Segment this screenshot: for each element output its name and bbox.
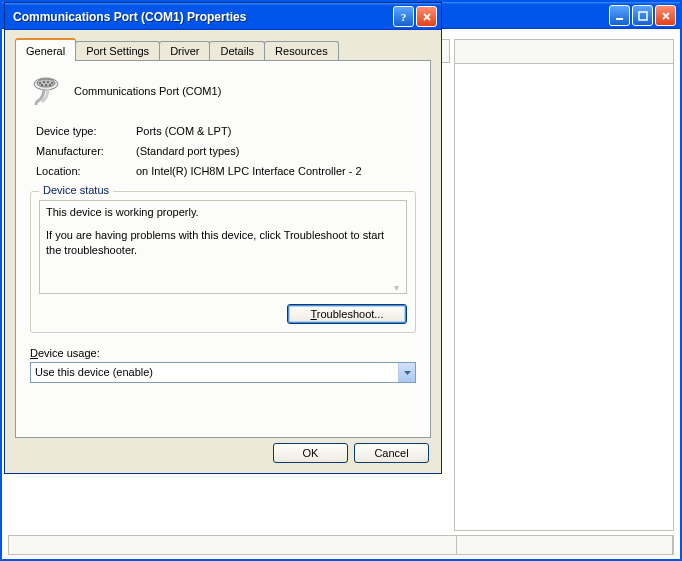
troubleshoot-button[interactable]: Troubleshoot... [287, 304, 407, 324]
manufacturer-label: Manufacturer: [36, 145, 136, 157]
status-line1: This device is working properly. [46, 205, 400, 220]
location-value: on Intel(R) ICH8M LPC Interface Controll… [136, 165, 416, 177]
close-dialog-button[interactable] [416, 6, 437, 27]
svg-point-6 [47, 81, 49, 83]
tab-port-settings[interactable]: Port Settings [75, 41, 160, 60]
parent-statusbar [8, 535, 674, 555]
minimize-button[interactable] [609, 5, 630, 26]
device-properties: Device type: Ports (COM & LPT) Manufactu… [36, 125, 416, 177]
maximize-button[interactable] [632, 5, 653, 26]
svg-rect-1 [639, 12, 647, 20]
tab-details[interactable]: Details [209, 41, 265, 60]
status-line2: If you are having problems with this dev… [46, 228, 400, 258]
device-status-legend: Device status [39, 184, 113, 196]
svg-point-10 [49, 84, 51, 86]
close-button[interactable] [655, 5, 676, 26]
dialog-title: Communications Port (COM1) Properties [13, 10, 391, 24]
svg-point-7 [51, 82, 53, 84]
device-usage-combobox[interactable]: Use this device (enable) [30, 362, 416, 383]
svg-point-4 [39, 82, 41, 84]
location-label: Location: [36, 165, 136, 177]
properties-dialog: Communications Port (COM1) Properties ? … [4, 2, 442, 474]
tab-resources[interactable]: Resources [264, 41, 339, 60]
tab-strip: General Port Settings Driver Details Res… [15, 38, 431, 60]
tab-general[interactable]: General [15, 38, 76, 61]
dialog-button-row: OK Cancel [273, 443, 429, 463]
troubleshoot-label-rest: roubleshoot... [317, 308, 384, 320]
parent-right-pane [454, 39, 674, 531]
svg-point-9 [45, 84, 47, 86]
parent-right-pane-header [455, 40, 673, 64]
device-type-value: Ports (COM & LPT) [136, 125, 416, 137]
device-status-group: Device status This device is working pro… [30, 191, 416, 333]
cancel-button[interactable]: Cancel [354, 443, 429, 463]
dialog-titlebar[interactable]: Communications Port (COM1) Properties ? [5, 3, 441, 30]
help-button[interactable]: ? [393, 6, 414, 27]
com-port-icon [30, 75, 62, 107]
tab-panel-general: Communications Port (COM1) Device type: … [15, 60, 431, 438]
device-usage-value: Use this device (enable) [31, 363, 398, 382]
dialog-body: General Port Settings Driver Details Res… [5, 30, 441, 473]
svg-rect-0 [616, 18, 623, 20]
device-name: Communications Port (COM1) [74, 85, 221, 97]
device-usage-label: Device usage: [30, 347, 416, 359]
chevron-down-icon[interactable] [398, 363, 415, 382]
device-status-text: This device is working properly. If you … [39, 200, 407, 294]
scroll-indicator: ▾ [394, 281, 404, 291]
ok-button[interactable]: OK [273, 443, 348, 463]
device-type-label: Device type: [36, 125, 136, 137]
svg-point-8 [41, 84, 43, 86]
tab-driver[interactable]: Driver [159, 41, 210, 60]
svg-point-5 [43, 81, 45, 83]
manufacturer-value: (Standard port types) [136, 145, 416, 157]
